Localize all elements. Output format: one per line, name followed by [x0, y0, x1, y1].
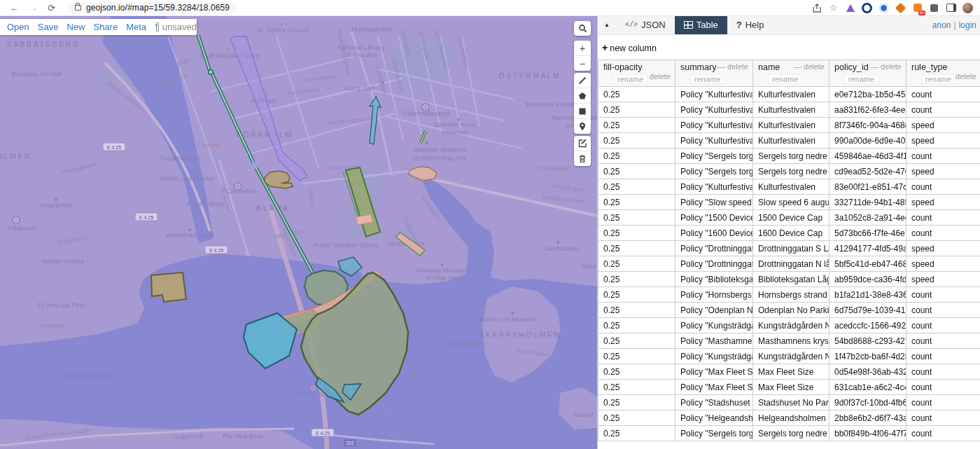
cell-name[interactable]: Helgeandsholmen No: [753, 410, 830, 426]
forward-icon[interactable]: →: [29, 3, 38, 13]
cell-rule-type[interactable]: speed: [906, 118, 980, 133]
map-canvas[interactable]: SABBATSBERGOLMENNORRMALMÖSTERMALMKLARASK…: [0, 15, 597, 449]
cell-fill-opacity[interactable]: 0.25: [598, 118, 676, 133]
cell-rule-type[interactable]: count: [906, 364, 980, 380]
cell-summary[interactable]: Policy "1500 Device C: [676, 210, 753, 226]
cell-name[interactable]: Kulturfestivalen: [753, 133, 830, 148]
cell-rule-type[interactable]: count: [906, 226, 980, 241]
cell-name[interactable]: Kulturfestivalen: [753, 179, 830, 195]
cell-rule-type[interactable]: count: [906, 333, 980, 349]
back-icon[interactable]: ←: [10, 3, 19, 13]
cell-summary[interactable]: Policy "Max Fleet Siz: [676, 380, 753, 395]
cell-policy-id[interactable]: 54bd8688-c293-4275: [830, 333, 906, 349]
cell-rule-type[interactable]: speed: [906, 195, 980, 210]
rename-column-button[interactable]: rename: [921, 74, 955, 84]
cell-rule-type[interactable]: count: [906, 87, 980, 102]
cell-policy-id[interactable]: 990a00de-6d9e-40fb: [830, 133, 906, 148]
cell-policy-id[interactable]: 2bb8e6b2-d6f7-43a4: [830, 410, 906, 426]
cell-fill-opacity[interactable]: 0.25: [598, 364, 676, 380]
cell-fill-opacity[interactable]: 0.25: [598, 133, 676, 148]
cell-policy-id[interactable]: e0e712ba-1b5d-45e8: [830, 87, 906, 102]
cell-policy-id[interactable]: b1fa21d1-38e8-4368: [830, 287, 906, 303]
cell-policy-id[interactable]: aa831f62-6fe3-4ee9-: [830, 102, 906, 118]
bookmark-star-icon[interactable]: ☆: [828, 3, 839, 13]
cell-name[interactable]: Sergels torg nedre pl: [753, 426, 830, 441]
url-text[interactable]: geojson.io/#map=15/59.3284/18.0659: [86, 3, 230, 13]
cell-rule-type[interactable]: count: [906, 395, 980, 410]
cell-fill-opacity[interactable]: 0.25: [598, 272, 676, 287]
cell-summary[interactable]: Policy "Kungsträdgår: [676, 349, 753, 364]
map-svg[interactable]: SABBATSBERGOLMENNORRMALMÖSTERMALMKLARASK…: [0, 15, 597, 449]
cell-name[interactable]: Hornsbergs strand N: [753, 287, 830, 303]
edit-button[interactable]: [574, 136, 591, 151]
cell-fill-opacity[interactable]: 0.25: [598, 287, 676, 303]
zoom-in-button[interactable]: +: [574, 41, 591, 56]
share-icon[interactable]: [811, 3, 822, 13]
cell-name[interactable]: 1500 Device Cap: [753, 210, 830, 226]
zoom-out-button[interactable]: −: [574, 56, 591, 71]
cell-summary[interactable]: Policy "Drottninggata: [676, 256, 753, 272]
extension-ring-icon[interactable]: [862, 3, 872, 13]
cell-policy-id[interactable]: 8f7346fc-904a-468d-: [830, 118, 906, 133]
cell-policy-id[interactable]: 332711de-94b1-4851: [830, 195, 906, 210]
delete-column-button[interactable]: — delete: [718, 62, 748, 71]
cell-fill-opacity[interactable]: 0.25: [598, 87, 676, 102]
cell-fill-opacity[interactable]: 0.25: [598, 303, 676, 318]
extension-shield-icon[interactable]: [878, 3, 889, 13]
cell-policy-id[interactable]: 6d75d79e-1039-41a5: [830, 303, 906, 318]
cell-name[interactable]: Max Fleet Size: [753, 380, 830, 395]
cell-summary[interactable]: Policy "Max Fleet Siz: [676, 364, 753, 380]
cell-policy-id[interactable]: bb0f849b-4f06-47f7-: [830, 426, 906, 441]
cell-name[interactable]: Kulturfestivalen: [753, 87, 830, 102]
cell-rule-type[interactable]: count: [906, 148, 980, 164]
cell-summary[interactable]: Policy "Slow speed 6: [676, 195, 753, 210]
cell-summary[interactable]: Policy "Kulturfestivalen: [676, 179, 753, 195]
cell-rule-type[interactable]: speed: [906, 256, 980, 272]
cell-summary[interactable]: Policy "Kulturfestivalen: [676, 133, 753, 148]
cell-policy-id[interactable]: 0d54e98f-36ab-432c: [830, 364, 906, 380]
cell-name[interactable]: Stadshuset No Parkin: [753, 395, 830, 410]
cell-rule-type[interactable]: speed: [906, 133, 980, 148]
cell-fill-opacity[interactable]: 0.25: [598, 256, 676, 272]
extension-badged-icon[interactable]: 9+: [912, 3, 923, 13]
cell-fill-opacity[interactable]: 0.25: [598, 380, 676, 395]
cell-fill-opacity[interactable]: 0.25: [598, 148, 676, 164]
cell-rule-type[interactable]: count: [906, 318, 980, 333]
cell-policy-id[interactable]: 83e00f21-e851-47cd: [830, 179, 906, 195]
address-bar[interactable]: geojson.io/#map=15/59.3284/18.0659: [68, 2, 237, 14]
cell-rule-type[interactable]: count: [906, 349, 980, 364]
cell-name[interactable]: Odenplan No Parking: [753, 303, 830, 318]
cell-name[interactable]: Biblioteksgatan Lågfa: [753, 272, 830, 287]
cell-policy-id[interactable]: 5bf5c41d-eb47-4682: [830, 256, 906, 272]
cell-rule-type[interactable]: count: [906, 210, 980, 226]
cell-rule-type[interactable]: count: [906, 303, 980, 318]
cell-fill-opacity[interactable]: 0.25: [598, 241, 676, 256]
cell-summary[interactable]: Policy "1600 Device C: [676, 226, 753, 241]
menu-new[interactable]: New: [66, 22, 85, 32]
rename-column-button[interactable]: rename: [768, 74, 802, 84]
cell-policy-id[interactable]: 1f47b2cb-ba6f-4d28: [830, 349, 906, 364]
reload-icon[interactable]: ⟳: [48, 3, 55, 13]
cell-summary[interactable]: Policy "Kulturfestivalen: [676, 118, 753, 133]
search-button[interactable]: [574, 21, 591, 36]
cell-policy-id[interactable]: ab959dce-ca36-4fdf-: [830, 272, 906, 287]
cell-policy-id[interactable]: 3a1052c8-2a91-4ec1: [830, 210, 906, 226]
cell-summary[interactable]: Policy "Sergels torg n: [676, 148, 753, 164]
cell-summary[interactable]: Policy "Biblioteksgata: [676, 272, 753, 287]
cell-fill-opacity[interactable]: 0.25: [598, 318, 676, 333]
draw-line-button[interactable]: [574, 73, 591, 88]
cell-name[interactable]: Kungsträdgården No: [753, 349, 830, 364]
extension-fox-icon[interactable]: [895, 3, 906, 13]
menu-open[interactable]: Open: [7, 22, 29, 32]
menu-share[interactable]: Share: [93, 22, 118, 32]
cell-rule-type[interactable]: count: [906, 426, 980, 441]
draw-marker-button[interactable]: [574, 119, 591, 134]
rename-column-button[interactable]: rename: [844, 74, 878, 84]
delete-button[interactable]: [574, 151, 591, 166]
tab-help[interactable]: ? Help: [727, 15, 774, 34]
cell-fill-opacity[interactable]: 0.25: [598, 164, 676, 179]
cell-name[interactable]: Sergels torg nedre pl: [753, 164, 830, 179]
cell-summary[interactable]: Policy "Odenplan No: [676, 303, 753, 318]
cell-name[interactable]: 1600 Device Cap: [753, 226, 830, 241]
cell-summary[interactable]: Policy "Kulturfestivalen: [676, 102, 753, 118]
